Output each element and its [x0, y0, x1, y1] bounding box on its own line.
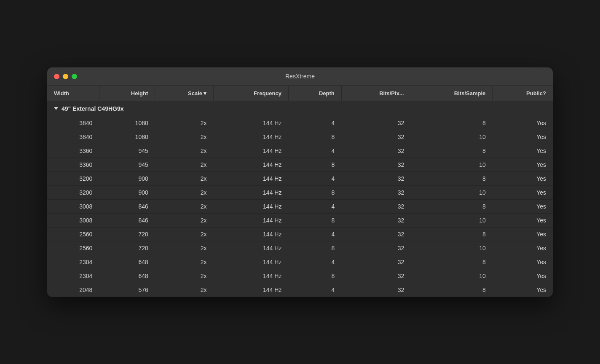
cell-bits_sample: 10 — [411, 185, 493, 199]
cell-width: 2048 — [47, 283, 99, 297]
table-row[interactable]: 33609452x144 Hz4328Yes — [47, 144, 553, 158]
chevron-down-icon — [54, 107, 58, 110]
cell-bits_sample: 10 — [411, 130, 493, 144]
col-header-public[interactable]: Public? — [493, 86, 553, 101]
cell-public: Yes — [493, 116, 553, 130]
table-row[interactable]: 30088462x144 Hz83210Yes — [47, 213, 553, 227]
cell-height: 576 — [99, 283, 155, 297]
cell-frequency: 144 Hz — [213, 171, 288, 185]
col-header-bits-pix[interactable]: Bits/Pix... — [341, 86, 411, 101]
cell-frequency: 144 Hz — [213, 241, 288, 255]
cell-bits_pix: 32 — [341, 158, 411, 171]
table-row[interactable]: 384010802x144 Hz4328Yes — [47, 116, 553, 130]
maximize-button[interactable] — [72, 74, 77, 79]
table-row[interactable]: 32009002x144 Hz83210Yes — [47, 185, 553, 199]
cell-public: Yes — [493, 283, 553, 297]
close-button[interactable] — [54, 74, 59, 79]
cell-bits_pix: 32 — [341, 171, 411, 185]
cell-frequency: 144 Hz — [213, 185, 288, 199]
cell-public: Yes — [493, 269, 553, 283]
group-row[interactable]: 49" External C49HG9x — [47, 101, 553, 116]
cell-width: 2560 — [47, 227, 99, 241]
cell-width: 3200 — [47, 185, 99, 199]
cell-depth: 8 — [288, 130, 341, 144]
cell-width: 3200 — [47, 171, 99, 185]
table-row[interactable]: 23046482x144 Hz4328Yes — [47, 255, 553, 269]
cell-height: 1080 — [99, 116, 155, 130]
cell-height: 846 — [99, 213, 155, 227]
cell-height: 900 — [99, 171, 155, 185]
cell-bits_sample: 10 — [411, 241, 493, 255]
cell-height: 846 — [99, 199, 155, 213]
cell-height: 648 — [99, 255, 155, 269]
cell-bits_sample: 8 — [411, 144, 493, 158]
cell-bits_pix: 32 — [341, 144, 411, 158]
table-row[interactable]: 25607202x144 Hz4328Yes — [47, 227, 553, 241]
cell-width: 3360 — [47, 144, 99, 158]
minimize-button[interactable] — [63, 74, 68, 79]
cell-frequency: 144 Hz — [213, 116, 288, 130]
cell-height: 900 — [99, 185, 155, 199]
cell-width: 2304 — [47, 269, 99, 283]
cell-width: 3360 — [47, 158, 99, 171]
col-header-scale[interactable]: Scale ▾ — [155, 86, 214, 101]
cell-depth: 4 — [288, 144, 341, 158]
cell-scale: 2x — [155, 255, 214, 269]
cell-bits_pix: 32 — [341, 269, 411, 283]
cell-height: 945 — [99, 158, 155, 171]
cell-depth: 4 — [288, 171, 341, 185]
cell-bits_pix: 32 — [341, 227, 411, 241]
group-label: 49" External C49HG9x — [54, 105, 546, 112]
cell-scale: 2x — [155, 213, 214, 227]
cell-bits_sample: 8 — [411, 283, 493, 297]
cell-bits_sample: 8 — [411, 255, 493, 269]
col-header-frequency[interactable]: Frequency — [213, 86, 288, 101]
cell-frequency: 144 Hz — [213, 255, 288, 269]
cell-bits_sample: 8 — [411, 171, 493, 185]
cell-width: 3008 — [47, 199, 99, 213]
cell-scale: 2x — [155, 241, 214, 255]
table-container: Width Height Scale ▾ Frequency — [47, 86, 553, 297]
cell-width: 2560 — [47, 241, 99, 255]
cell-scale: 2x — [155, 227, 214, 241]
cell-bits_pix: 32 — [341, 213, 411, 227]
cell-bits_pix: 32 — [341, 241, 411, 255]
cell-bits_pix: 32 — [341, 255, 411, 269]
cell-frequency: 144 Hz — [213, 158, 288, 171]
cell-depth: 8 — [288, 158, 341, 171]
table-row[interactable]: 384010802x144 Hz83210Yes — [47, 130, 553, 144]
table-row[interactable]: 23046482x144 Hz83210Yes — [47, 269, 553, 283]
cell-bits_pix: 32 — [341, 199, 411, 213]
window-title: ResXtreme — [285, 73, 315, 80]
cell-bits_pix: 32 — [341, 116, 411, 130]
table-body: 49" External C49HG9x384010802x144 Hz4328… — [47, 101, 553, 297]
cell-bits_pix: 32 — [341, 130, 411, 144]
cell-bits_pix: 32 — [341, 283, 411, 297]
table-header-row: Width Height Scale ▾ Frequency — [47, 86, 553, 101]
traffic-lights — [54, 74, 77, 79]
table-row[interactable]: 25607202x144 Hz83210Yes — [47, 241, 553, 255]
cell-depth: 4 — [288, 255, 341, 269]
table-row[interactable]: 20485762x144 Hz4328Yes — [47, 283, 553, 297]
table-row[interactable]: 32009002x144 Hz4328Yes — [47, 171, 553, 185]
cell-frequency: 144 Hz — [213, 144, 288, 158]
table-row[interactable]: 33609452x144 Hz83210Yes — [47, 158, 553, 171]
table-row[interactable]: 30088462x144 Hz4328Yes — [47, 199, 553, 213]
cell-scale: 2x — [155, 144, 214, 158]
cell-public: Yes — [493, 255, 553, 269]
cell-scale: 2x — [155, 171, 214, 185]
cell-public: Yes — [493, 158, 553, 171]
cell-public: Yes — [493, 199, 553, 213]
group-name: 49" External C49HG9x — [62, 105, 124, 112]
cell-height: 720 — [99, 241, 155, 255]
resolutions-table: Width Height Scale ▾ Frequency — [47, 86, 553, 297]
col-header-depth[interactable]: Depth — [288, 86, 341, 101]
col-header-bits-sample[interactable]: Bits/Sample — [411, 86, 493, 101]
cell-public: Yes — [493, 130, 553, 144]
col-header-width[interactable]: Width — [47, 86, 99, 101]
cell-scale: 2x — [155, 283, 214, 297]
cell-height: 945 — [99, 144, 155, 158]
col-header-height[interactable]: Height — [99, 86, 155, 101]
cell-frequency: 144 Hz — [213, 269, 288, 283]
cell-public: Yes — [493, 185, 553, 199]
